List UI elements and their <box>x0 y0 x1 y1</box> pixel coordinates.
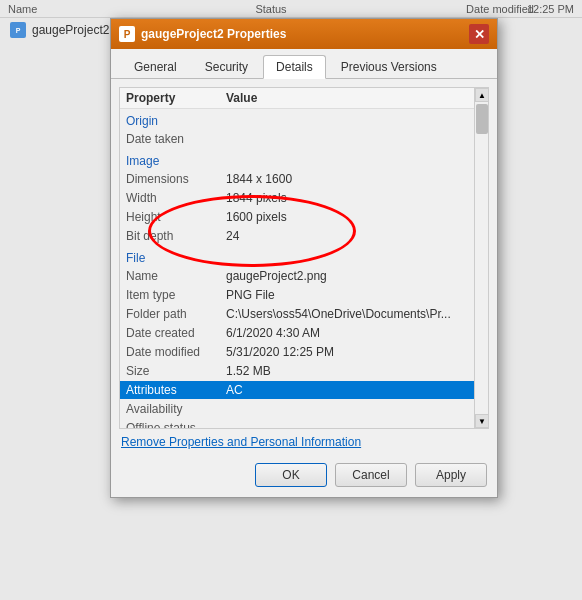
tab-security[interactable]: Security <box>192 55 261 78</box>
properties-dialog: P gaugeProject2 Properties ✕ General Sec… <box>110 18 498 498</box>
section-image: Image <box>120 149 488 171</box>
row-height: Height 1600 pixels <box>120 208 488 227</box>
row-date-created: Date created 6/1/2020 4:30 AM <box>120 324 488 343</box>
title-bar: P gaugeProject2 Properties ✕ <box>111 19 497 49</box>
row-width: Width 1844 pixels <box>120 189 488 208</box>
dialog-title: gaugeProject2 Properties <box>141 27 286 41</box>
button-row: OK Cancel Apply <box>111 455 497 497</box>
date-column-header: Date modified <box>359 3 534 15</box>
row-dimensions: Dimensions 1844 x 1600 <box>120 170 488 189</box>
section-origin: Origin <box>120 109 488 131</box>
apply-button[interactable]: Apply <box>415 463 487 487</box>
file-item-row[interactable]: P gaugeProject2 <box>10 22 109 38</box>
scrollbar-track[interactable]: ▲ ▼ <box>474 88 488 428</box>
row-item-type: Item type PNG File <box>120 286 488 305</box>
name-column-header: Name <box>8 3 183 15</box>
property-table: Property Value Origin Date taken <box>120 88 488 428</box>
status-column-header: Status <box>183 3 358 15</box>
remove-properties-link[interactable]: Remove Properties and Personal Informati… <box>111 429 497 455</box>
scrollbar-down-arrow-btn[interactable]: ▼ <box>475 414 488 428</box>
col-value-header: Value <box>220 88 488 109</box>
ok-button[interactable]: OK <box>255 463 327 487</box>
close-button[interactable]: ✕ <box>469 24 489 44</box>
scrollbar-up-arrow[interactable]: ▲ <box>475 88 488 102</box>
row-offline-status: Offline status <box>120 419 488 429</box>
row-name: Name gaugeProject2.png <box>120 267 488 286</box>
dialog-icon: P <box>119 26 135 42</box>
explorer-bar: Name Status Date modified 12:25 PM <box>0 0 582 18</box>
title-bar-left: P gaugeProject2 Properties <box>119 26 286 42</box>
row-size: Size 1.52 MB <box>120 362 488 381</box>
tab-general[interactable]: General <box>121 55 190 78</box>
file-item-name: gaugeProject2 <box>32 23 109 37</box>
content-area: Property Value Origin Date taken <box>119 87 489 429</box>
section-file: File <box>120 246 488 268</box>
table-scroll-area: Property Value Origin Date taken <box>120 88 488 428</box>
row-folder-path: Folder path C:\Users\oss54\OneDrive\Docu… <box>120 305 488 324</box>
tabs-bar: General Security Details Previous Versio… <box>111 49 497 79</box>
tab-previous-versions[interactable]: Previous Versions <box>328 55 450 78</box>
row-attributes[interactable]: Attributes AC <box>120 381 488 400</box>
row-date-taken: Date taken <box>120 130 488 149</box>
row-date-modified: Date modified 5/31/2020 12:25 PM <box>120 343 488 362</box>
row-availability: Availability <box>120 400 488 419</box>
time-display: 12:25 PM <box>527 3 574 15</box>
scrollbar-thumb[interactable] <box>476 104 488 134</box>
col-property-header: Property <box>120 88 220 109</box>
cancel-button[interactable]: Cancel <box>335 463 407 487</box>
table-container: Property Value Origin Date taken <box>120 88 488 428</box>
file-icon: P <box>10 22 26 38</box>
scrollbar-down-arrow[interactable]: ▼ <box>475 414 488 428</box>
tab-details[interactable]: Details <box>263 55 326 79</box>
row-bit-depth: Bit depth 24 <box>120 227 488 246</box>
